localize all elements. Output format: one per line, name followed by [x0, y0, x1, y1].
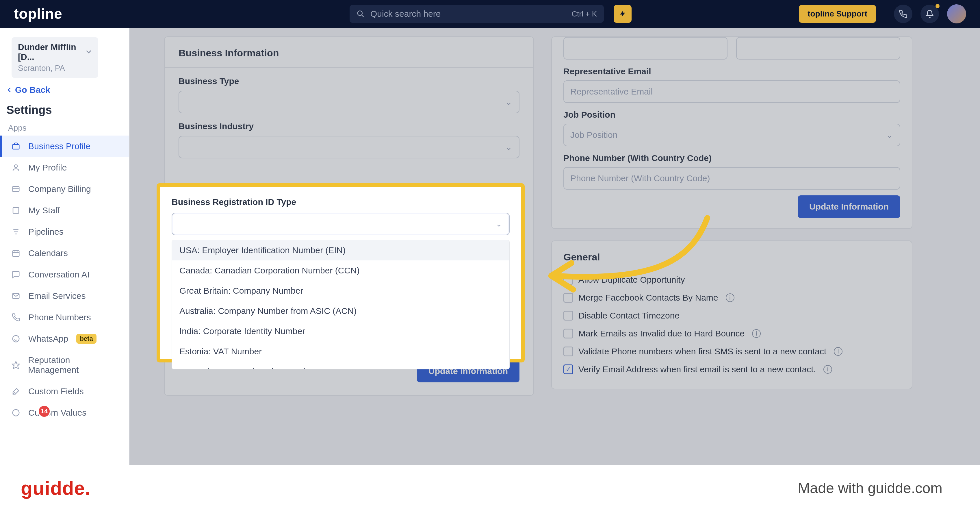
last-name-input[interactable]: Last Name	[736, 37, 900, 59]
nav-custom-fields[interactable]: Custom Fields	[0, 380, 129, 402]
first-name-input[interactable]: First Name	[563, 37, 727, 59]
info-icon[interactable]: i	[823, 365, 832, 374]
business-industry-field: Business Industry ⌄	[165, 121, 533, 158]
reg-id-type-label: Business Registration ID Type	[172, 197, 510, 207]
nav-whatsapp[interactable]: WhatsApp beta	[0, 328, 129, 349]
nav-label: WhatsApp	[28, 334, 68, 344]
chat-icon	[11, 270, 22, 279]
update-label: Update Information	[809, 202, 889, 211]
fields-icon	[11, 387, 22, 396]
nav-label: Business Profile	[28, 141, 91, 151]
go-back-link[interactable]: Go Back	[6, 85, 129, 95]
chevron-down-icon: ⌄	[496, 220, 502, 229]
svg-rect-2	[13, 145, 19, 149]
workspace-location: Scranton, PA	[18, 64, 92, 73]
settings-title: Settings	[6, 103, 129, 116]
svg-point-0	[358, 11, 362, 16]
dropdown-option[interactable]: Canada: Canadian Corporation Number (CCN…	[172, 260, 509, 281]
made-with-text: Made with guidde.com	[798, 480, 942, 497]
footer: guidde. Made with guidde.com	[0, 465, 980, 511]
notification-dot	[935, 4, 940, 8]
phone-icon[interactable]	[894, 5, 912, 23]
topbar: topline Quick search here Ctrl + K topli…	[0, 0, 980, 28]
support-label: topline Support	[808, 9, 867, 19]
phone-ph: Phone Number (With Country Code)	[570, 174, 710, 183]
rep-email-ph: Representative Email	[570, 87, 653, 97]
beta-badge: beta	[76, 334, 96, 344]
checkbox-icon: ✓	[563, 365, 573, 374]
checkbox-icon: ✓	[563, 329, 573, 339]
dropdown-option[interactable]: Australia: Company Number from ASIC (ACN…	[172, 301, 509, 321]
opt-verify-email[interactable]: ✓ Verify Email Address when first email …	[563, 360, 900, 378]
chevron-down-icon: ⌄	[505, 97, 512, 107]
body: Dunder Mifflin [D... Scranton, PA Go Bac…	[0, 28, 980, 465]
nav-label: Pipelines	[28, 227, 64, 237]
business-industry-label: Business Industry	[178, 121, 519, 131]
staff-icon	[11, 206, 22, 215]
business-type-field: Business Type ⌄	[165, 76, 533, 113]
nav-label: Phone Numbers	[28, 312, 91, 322]
phone-nav-icon	[11, 313, 22, 322]
user-icon	[11, 163, 22, 172]
opt-label: Verify Email Address when first email is…	[578, 365, 816, 374]
nav-my-profile[interactable]: My Profile	[0, 157, 129, 178]
nav-label: Conversation AI	[28, 270, 89, 280]
nav-conversation-ai[interactable]: Conversation AI	[0, 264, 129, 285]
bolt-button[interactable]	[614, 5, 632, 23]
billing-icon	[11, 185, 22, 193]
checkbox-icon: ✓	[563, 347, 573, 357]
nav-custom-values[interactable]: Custom Values	[0, 402, 129, 423]
workspace-switcher[interactable]: Dunder Mifflin [D... Scranton, PA	[11, 37, 98, 78]
app-logo: topline	[14, 5, 62, 22]
info-icon[interactable]: i	[752, 329, 761, 338]
opt-validate-phone[interactable]: ✓ Validate Phone numbers when first SMS …	[563, 342, 900, 360]
search-placeholder: Quick search here	[371, 9, 441, 19]
business-type-label: Business Type	[178, 76, 519, 86]
info-icon[interactable]: i	[834, 347, 843, 356]
panel-title: Business Information	[165, 48, 533, 59]
main: Business Information Business Type ⌄ Bus…	[129, 28, 980, 465]
whatsapp-icon	[11, 334, 22, 343]
nav-label: My Profile	[28, 163, 67, 172]
job-position-select[interactable]: Job Position ⌄	[563, 124, 900, 146]
reg-id-type-dropdown: USA: Employer Identification Number (EIN…	[172, 240, 510, 369]
nav-reputation[interactable]: Reputation Management	[0, 349, 129, 380]
nav-phone-numbers[interactable]: Phone Numbers	[0, 307, 129, 328]
dropdown-option[interactable]: USA: Employer Identification Number (EIN…	[172, 240, 509, 260]
svg-marker-16	[13, 361, 20, 369]
nav-email-services[interactable]: Email Services	[0, 285, 129, 307]
dropdown-option[interactable]: India: Corporate Identity Number	[172, 321, 509, 341]
highlight-reg-id-type: Business Registration ID Type ⌄ USA: Emp…	[157, 183, 525, 363]
topbar-icons	[894, 4, 966, 24]
business-industry-select[interactable]: ⌄	[178, 136, 519, 158]
business-type-select[interactable]: ⌄	[178, 91, 519, 113]
chevron-down-icon: ⌄	[505, 142, 512, 152]
briefcase-icon	[11, 142, 22, 151]
nav-calendars[interactable]: Calendars	[0, 242, 129, 264]
nav-company-billing[interactable]: Company Billing	[0, 178, 129, 200]
guidde-logo: guidde.	[21, 477, 91, 499]
nav-label: Email Services	[28, 291, 86, 301]
search-icon	[356, 10, 364, 18]
avatar[interactable]	[947, 4, 966, 24]
update-info-button-right[interactable]: Update Information	[798, 196, 900, 218]
nav-pipelines[interactable]: Pipelines	[0, 221, 129, 242]
rep-email-input[interactable]: Representative Email	[563, 80, 900, 103]
nav-my-staff[interactable]: My Staff	[0, 200, 129, 221]
support-button[interactable]: topline Support	[799, 5, 876, 23]
phone-label: Phone Number (With Country Code)	[563, 153, 900, 163]
nav-label: Calendars	[28, 248, 68, 258]
dropdown-option[interactable]: Great Britain: Company Number	[172, 281, 509, 301]
nav-label: Company Billing	[28, 184, 91, 194]
dropdown-option[interactable]: Romania: VAT Registration Number	[172, 361, 509, 369]
job-position-label: Job Position	[563, 110, 900, 119]
dropdown-option[interactable]: Estonia: VAT Number	[172, 341, 509, 361]
job-ph: Job Position	[570, 130, 617, 140]
annotation-arrow	[528, 183, 748, 328]
opt-label: Validate Phone numbers when first SMS is…	[578, 347, 826, 357]
quick-search[interactable]: Quick search here Ctrl + K	[350, 5, 604, 23]
reg-id-type-select[interactable]: ⌄	[172, 213, 510, 235]
nav-business-profile[interactable]: Business Profile	[0, 135, 129, 157]
bell-icon[interactable]	[921, 5, 939, 23]
svg-rect-10	[13, 251, 19, 256]
